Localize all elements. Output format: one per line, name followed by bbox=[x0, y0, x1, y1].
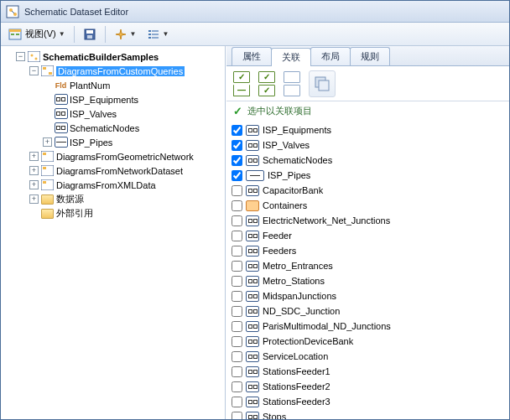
node-icon bbox=[246, 306, 259, 317]
item-checkbox[interactable] bbox=[232, 276, 242, 287]
item-label: StationsFeeder3 bbox=[263, 397, 330, 407]
tree-node-external[interactable]: 外部引用 bbox=[29, 206, 223, 220]
item-checkbox[interactable] bbox=[232, 306, 242, 317]
svg-rect-22 bbox=[49, 72, 52, 75]
tree-label: 外部引用 bbox=[56, 207, 93, 220]
item-checkbox[interactable] bbox=[232, 155, 242, 166]
expand-icon[interactable]: + bbox=[29, 194, 39, 204]
item-label: ServiceLocation bbox=[263, 351, 328, 361]
item-checkbox[interactable] bbox=[232, 261, 242, 272]
tool-button-2[interactable]: ▼ bbox=[143, 25, 174, 44]
node-icon bbox=[246, 412, 259, 420]
svg-point-18 bbox=[31, 54, 34, 57]
svg-rect-7 bbox=[16, 34, 19, 35]
tree-node-plantnum[interactable]: FldPlantNum bbox=[43, 78, 223, 92]
item-checkbox[interactable] bbox=[232, 170, 242, 181]
list-item[interactable]: Metro_Entrances bbox=[232, 258, 504, 273]
tree-node-geometric[interactable]: +DiagramsFromGeometricNetwork bbox=[29, 149, 223, 163]
list-item[interactable]: ElectricNetwork_Net_Junctions bbox=[232, 213, 504, 228]
list-item[interactable]: Feeder bbox=[232, 228, 504, 243]
item-label: StationsFeeder1 bbox=[263, 366, 330, 376]
tool-button-1[interactable]: ▼ bbox=[110, 25, 141, 44]
node-icon bbox=[246, 321, 259, 332]
status-line: ✓ 选中以关联项目 bbox=[226, 101, 509, 121]
node-icon bbox=[55, 94, 67, 105]
list-item[interactable]: Stops bbox=[232, 409, 504, 419]
app-icon bbox=[6, 5, 19, 18]
list-item[interactable]: Feeders bbox=[232, 243, 504, 258]
expand-icon[interactable]: + bbox=[29, 180, 39, 189]
list-item[interactable]: ISP_Equipments bbox=[232, 122, 504, 137]
node-icon bbox=[246, 215, 259, 226]
tab-associations[interactable]: 关联 bbox=[271, 48, 311, 66]
tree-root[interactable]: − SchematicBuilderSamples bbox=[16, 49, 223, 64]
list-item[interactable]: StationsFeeder2 bbox=[232, 379, 504, 394]
item-checkbox[interactable] bbox=[232, 397, 242, 407]
tree-label: DiagramsFromXMLData bbox=[56, 180, 156, 190]
tree-node-pipes[interactable]: +ISP_Pipes bbox=[43, 135, 223, 149]
list-item[interactable]: Metro_Stations bbox=[232, 273, 504, 288]
check-all-button-2[interactable]: ✓✓ bbox=[258, 71, 275, 96]
collapse-icon[interactable]: − bbox=[16, 52, 25, 61]
item-checkbox[interactable] bbox=[232, 321, 242, 332]
item-checkbox[interactable] bbox=[232, 291, 242, 302]
tab-rules[interactable]: 规则 bbox=[350, 47, 390, 65]
item-checkbox[interactable] bbox=[232, 200, 242, 211]
list-item[interactable]: ND_SDC_Junction bbox=[232, 303, 504, 319]
item-checkbox[interactable] bbox=[232, 231, 242, 241]
node-icon bbox=[246, 336, 259, 347]
item-checkbox[interactable] bbox=[232, 381, 242, 392]
view-menu-button[interactable]: 视图(V) ▼ bbox=[4, 25, 70, 44]
item-checkbox[interactable] bbox=[232, 215, 242, 226]
tree-node-equipments[interactable]: ISP_Equipments bbox=[43, 92, 223, 106]
item-label: ParisMultimodal_ND_Junctions bbox=[263, 321, 391, 331]
tree-node-valves[interactable]: ISP_Valves bbox=[43, 106, 223, 121]
status-text: 选中以关联项目 bbox=[247, 105, 312, 117]
item-checkbox[interactable] bbox=[232, 336, 242, 347]
list-item[interactable]: MidspanJunctions bbox=[232, 288, 504, 303]
item-label: ElectricNetwork_Net_Junctions bbox=[263, 215, 390, 226]
check-all-button[interactable]: ✓— bbox=[233, 71, 250, 96]
tab-properties[interactable]: 属性 bbox=[232, 47, 272, 65]
expand-icon[interactable]: + bbox=[29, 166, 39, 175]
collapse-icon[interactable]: − bbox=[29, 66, 39, 75]
tab-layout[interactable]: 布局 bbox=[310, 47, 351, 65]
tree-node-customqueries[interactable]: − DiagramsFromCustomQueries bbox=[29, 64, 223, 78]
item-checkbox[interactable] bbox=[232, 246, 242, 257]
list-item[interactable]: ProtectionDeviceBank bbox=[232, 334, 504, 349]
list-item[interactable]: ParisMultimodal_ND_Junctions bbox=[232, 319, 504, 334]
save-button[interactable] bbox=[79, 25, 101, 44]
list-item[interactable]: CapacitorBank bbox=[232, 183, 504, 198]
item-checkbox[interactable] bbox=[232, 140, 242, 151]
svg-rect-26 bbox=[43, 167, 46, 169]
expand-icon[interactable]: + bbox=[43, 137, 52, 147]
tree-node-network[interactable]: +DiagramsFromNetworkDataset bbox=[29, 163, 223, 178]
item-checkbox[interactable] bbox=[232, 185, 242, 196]
expand-icon[interactable]: + bbox=[29, 152, 39, 161]
tree-node-schematicnodes[interactable]: SchematicNodes bbox=[43, 121, 223, 135]
list-item[interactable]: SchematicNodes bbox=[232, 153, 504, 168]
list-item[interactable]: ISP_Pipes bbox=[232, 168, 504, 183]
list-item[interactable]: ISP_Valves bbox=[232, 137, 504, 153]
item-checkbox[interactable] bbox=[232, 366, 242, 377]
list-item[interactable]: Containers bbox=[232, 198, 504, 213]
tree-panel[interactable]: − SchematicBuilderSamples − DiagramsFrom… bbox=[1, 46, 226, 419]
view-label: 视图(V) bbox=[25, 28, 56, 40]
list-item[interactable]: StationsFeeder1 bbox=[232, 364, 504, 379]
item-label: Metro_Stations bbox=[263, 276, 325, 286]
item-checkbox[interactable] bbox=[232, 351, 242, 362]
separator bbox=[74, 26, 75, 43]
list-item[interactable]: StationsFeeder3 bbox=[232, 394, 504, 409]
item-label: ISP_Equipments bbox=[263, 125, 331, 135]
item-label: Feeder bbox=[263, 231, 292, 241]
uncheck-all-button[interactable]: .. bbox=[284, 71, 300, 96]
item-checkbox[interactable] bbox=[232, 412, 242, 420]
tree-node-datasource[interactable]: +数据源 bbox=[29, 192, 223, 206]
association-list[interactable]: ISP_EquipmentsISP_ValvesSchematicNodesIS… bbox=[226, 121, 509, 419]
item-checkbox[interactable] bbox=[232, 125, 242, 136]
tree-node-xml[interactable]: +DiagramsFromXMLData bbox=[29, 178, 223, 192]
list-item[interactable]: ServiceLocation bbox=[232, 349, 504, 364]
window-title: Schematic Dataset Editor bbox=[24, 7, 128, 17]
copy-button[interactable] bbox=[309, 70, 336, 97]
item-label: Metro_Entrances bbox=[263, 261, 333, 271]
